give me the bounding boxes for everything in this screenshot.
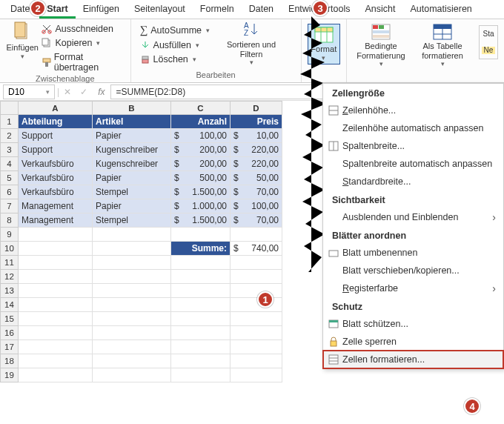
namebox-dropdown-icon[interactable]: ▾ bbox=[46, 88, 50, 96]
row-header[interactable]: 17 bbox=[1, 340, 19, 354]
row-header[interactable]: 12 bbox=[1, 270, 19, 284]
cell[interactable] bbox=[93, 228, 171, 242]
worksheet-grid[interactable]: ABCD 1AbteilungArtikelAnzahlPreis2Suppor… bbox=[0, 101, 282, 382]
cell[interactable] bbox=[93, 326, 171, 340]
cell[interactable] bbox=[19, 354, 93, 368]
cell[interactable] bbox=[171, 270, 231, 284]
cell[interactable]: Papier bbox=[93, 171, 171, 185]
tab-seitenlayout[interactable]: Seitenlayout bbox=[127, 0, 193, 19]
cell[interactable]: Kugenschreiber bbox=[93, 143, 171, 157]
cell[interactable]: 200,00 bbox=[171, 143, 231, 157]
menu-lock-cell[interactable]: Zelle sperren bbox=[323, 333, 503, 351]
menu-row-height[interactable]: Zeilenhöhe... bbox=[323, 102, 503, 119]
cell[interactable] bbox=[93, 298, 171, 312]
select-all-corner[interactable] bbox=[1, 102, 19, 115]
cell[interactable]: Preis bbox=[231, 115, 282, 129]
tab-automatisieren[interactable]: Automatisieren bbox=[402, 0, 479, 19]
sort-filter-button[interactable]: AZ Sortieren und Filtern▾ bbox=[222, 21, 281, 67]
cell[interactable]: 10,00 bbox=[231, 129, 282, 143]
row-header[interactable]: 6 bbox=[1, 185, 19, 199]
row-header[interactable]: 7 bbox=[1, 199, 19, 213]
cell[interactable] bbox=[19, 270, 93, 284]
cell[interactable] bbox=[171, 312, 231, 326]
cell[interactable] bbox=[93, 270, 171, 284]
cell[interactable]: 100,00 bbox=[231, 199, 282, 213]
cell[interactable] bbox=[93, 354, 171, 368]
col-header-B[interactable]: B bbox=[93, 102, 171, 115]
cell[interactable] bbox=[231, 284, 282, 298]
cell[interactable] bbox=[171, 298, 231, 312]
cell[interactable] bbox=[19, 340, 93, 354]
cell[interactable] bbox=[171, 256, 231, 270]
row-header[interactable]: 5 bbox=[1, 171, 19, 185]
col-header-D[interactable]: D bbox=[231, 102, 282, 115]
cell[interactable] bbox=[19, 284, 93, 298]
cancel-icon[interactable]: ✕ bbox=[59, 87, 76, 97]
tab-ansicht[interactable]: Ansicht bbox=[357, 0, 402, 19]
cell[interactable]: Papier bbox=[93, 199, 171, 213]
cell[interactable] bbox=[93, 256, 171, 270]
paste-button[interactable]: Einfügen ▾ bbox=[6, 21, 39, 74]
copy-button[interactable]: Kopieren bbox=[39, 36, 124, 50]
menu-std-width[interactable]: Standardbreite... bbox=[323, 173, 503, 191]
cell[interactable] bbox=[19, 228, 93, 242]
cell[interactable]: Artikel bbox=[93, 115, 171, 129]
cell[interactable] bbox=[231, 340, 282, 354]
cell[interactable] bbox=[93, 312, 171, 326]
cell[interactable]: 1.000,00 bbox=[171, 199, 231, 213]
cell[interactable]: Management bbox=[19, 213, 93, 228]
cell[interactable]: Summe: bbox=[171, 242, 231, 256]
cell[interactable]: 70,00 bbox=[231, 185, 282, 199]
tab-einfügen[interactable]: Einfügen bbox=[76, 0, 127, 19]
menu-rename-sheet[interactable]: Blatt umbenennen bbox=[323, 244, 503, 262]
cell[interactable] bbox=[93, 340, 171, 354]
row-header[interactable]: 3 bbox=[1, 143, 19, 157]
cell[interactable] bbox=[171, 228, 231, 242]
cell[interactable] bbox=[19, 256, 93, 270]
menu-col-width[interactable]: Spaltenbreite... bbox=[323, 137, 503, 155]
cell[interactable] bbox=[19, 326, 93, 340]
format-as-table-button[interactable]: Als Tabelle formatieren▾ bbox=[417, 24, 468, 68]
row-header[interactable]: 4 bbox=[1, 157, 19, 171]
cell[interactable]: Verkaufsbüro bbox=[19, 157, 93, 171]
cell[interactable] bbox=[19, 298, 93, 312]
cell[interactable] bbox=[231, 228, 282, 242]
menu-hide-unhide[interactable]: Ausblenden und Einblenden bbox=[323, 208, 503, 226]
row-header[interactable]: 14 bbox=[1, 298, 19, 312]
cell[interactable] bbox=[93, 368, 171, 382]
format-painter-button[interactable]: Format übertragen bbox=[39, 50, 124, 74]
cell[interactable] bbox=[171, 284, 231, 298]
cell[interactable]: Support bbox=[19, 143, 93, 157]
fill-button[interactable]: Ausfüllen bbox=[137, 39, 213, 52]
cell[interactable]: Management bbox=[19, 199, 93, 213]
row-header[interactable]: 13 bbox=[1, 284, 19, 298]
cell-styles-gallery[interactable]: Sta Ne bbox=[479, 25, 498, 59]
row-header[interactable]: 1 bbox=[1, 115, 19, 129]
menu-move-copy-sheet[interactable]: Blatt verschieben/kopieren... bbox=[323, 262, 503, 279]
cell[interactable] bbox=[231, 298, 282, 312]
sum-cell[interactable]: 740,00 bbox=[231, 242, 282, 256]
cell[interactable]: Verkaufsbüro bbox=[19, 171, 93, 185]
row-header[interactable]: 18 bbox=[1, 354, 19, 368]
cell[interactable] bbox=[171, 326, 231, 340]
conditional-formatting-button[interactable]: Bedingte Formatierung▾ bbox=[353, 24, 409, 68]
col-header-C[interactable]: C bbox=[171, 102, 231, 115]
cell[interactable]: Support bbox=[19, 129, 93, 143]
row-header[interactable]: 2 bbox=[1, 129, 19, 143]
cell[interactable] bbox=[19, 368, 93, 382]
cell[interactable]: 500,00 bbox=[171, 171, 231, 185]
confirm-icon[interactable]: ✓ bbox=[76, 87, 92, 97]
cell[interactable]: Anzahl bbox=[171, 115, 231, 129]
cell[interactable]: Papier bbox=[93, 129, 171, 143]
cell[interactable]: 220,00 bbox=[231, 157, 282, 171]
cell[interactable] bbox=[171, 368, 231, 382]
cut-button[interactable]: Ausschneiden bbox=[39, 22, 124, 36]
cell[interactable] bbox=[231, 354, 282, 368]
tab-daten[interactable]: Daten bbox=[242, 0, 281, 19]
tab-formeln[interactable]: Formeln bbox=[193, 0, 242, 19]
clear-button[interactable]: Löschen bbox=[137, 53, 213, 66]
menu-row-auto[interactable]: Zeilenhöhe automatisch anpassen bbox=[323, 119, 503, 137]
col-header-A[interactable]: A bbox=[19, 102, 93, 115]
cell[interactable]: Stempel bbox=[93, 185, 171, 199]
fx-icon[interactable]: fx bbox=[92, 87, 110, 97]
